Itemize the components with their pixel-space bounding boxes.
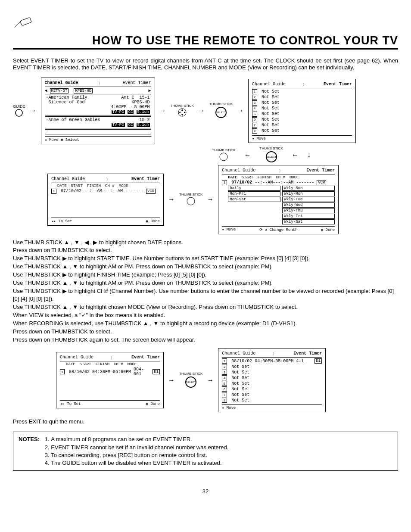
recur-option: Wkly-Mon — [282, 191, 335, 196]
not-set-row: Not Set — [231, 398, 249, 403]
svg-point-1 — [16, 109, 22, 116]
guide-chnum-2: 15-2 — [140, 118, 150, 122]
svg-marker-6 — [184, 112, 186, 113]
footer-done: ◉ Done — [321, 227, 335, 232]
svg-rect-0 — [20, 17, 32, 25]
thumbstick-icon: THUMB STICK — [212, 149, 235, 162]
recur-option: Wkly-Wed — [282, 202, 335, 208]
guide-program-2: Anne of Green Gables — [49, 118, 100, 122]
page-number: 32 — [13, 488, 398, 495]
tab-channel-guide: Channel Guide — [222, 351, 255, 357]
col-date: DATE — [57, 184, 67, 188]
svg-marker-5 — [179, 112, 181, 113]
svg-marker-4 — [181, 114, 183, 116]
arrow-icon: → — [198, 107, 205, 115]
connector-row: THUMB STICK ← THUMB STICKSELECT ← ↓ — [125, 147, 398, 163]
guide-time: 4:00PM → 5:00PM — [111, 105, 150, 109]
osd-event-timer-filled: Channel Guide〉Event Timer DATE START FIN… — [56, 352, 164, 408]
cc-badge-2: CC — [128, 123, 134, 127]
row-date-bold: 07/10/02 — [231, 180, 252, 185]
remote-icon — [13, 17, 398, 31]
recur-option: Wkly-Sun — [282, 186, 335, 191]
col-mode: MODE — [119, 184, 128, 188]
tab-channel-guide: Channel Guide — [60, 355, 93, 361]
col-mode: MODE — [128, 362, 137, 367]
arrow-down-icon: ↓ — [307, 150, 311, 159]
rating-badge-2: TV-PG — [112, 123, 125, 127]
not-set-row: Not Set — [262, 123, 280, 128]
tab-event-timer: Event Timer — [293, 351, 322, 357]
footer-to-set: ◂▸ To Set — [51, 219, 72, 224]
recur-option: Mon-Sat — [228, 197, 280, 202]
instruction-line: Use THUMBSTICK ▲ , ▼ to highlight chosen… — [13, 303, 398, 311]
note-item: EVENT TIMER cannot be set if an invalid … — [51, 444, 228, 451]
note-item: To cancel recording, press [REC] button … — [51, 451, 228, 459]
col-mode: MODE — [290, 175, 299, 180]
guide-station: KPBS-HD — [132, 100, 150, 105]
page-title: HOW TO USE THE REMOTE TO CONTROL YOUR TV — [13, 34, 398, 50]
note-item: A maximum of 8 programs can be set on EV… — [51, 436, 228, 443]
intro-paragraph: Select EVENT TIMER to set the TV to view… — [13, 57, 398, 72]
col-start: START — [80, 362, 91, 367]
svg-point-8 — [187, 197, 195, 205]
not-set-row: Not Set — [262, 117, 280, 122]
instruction-line: When VIEW is selected, a "✓" in the box … — [13, 311, 398, 320]
instruction-line: Use THUMBSTICK ▲ , ▼ to highlight AM or … — [13, 279, 398, 287]
not-set-row: Not Set — [231, 376, 249, 380]
guide-chnum: 15-1 — [140, 95, 150, 100]
footer-move: ⬥ Move — [222, 227, 236, 232]
notes-label: NOTES: — [19, 436, 40, 467]
thumbstick-icon: THUMB STICK — [179, 193, 202, 206]
rating-badge: TV-PG — [112, 110, 125, 114]
not-set-row: Not Set — [262, 106, 280, 111]
result-ch: 4-1 — [296, 359, 304, 364]
arrow-icon: → — [207, 376, 214, 384]
recur-option: Wkly-Fri — [282, 214, 335, 219]
footer-change-month: ⟳ ↺ Change Month — [259, 227, 298, 232]
row2-mode-d1: D1 — [153, 369, 160, 374]
instruction-line: Use THUMBSTICK ▲ , ▼ to highlight AM or … — [13, 263, 398, 271]
diagram-row-3: Channel Guide〉Event Timer DATE START FIN… — [56, 348, 398, 412]
arrow-icon: → — [237, 107, 244, 115]
row-mode-vcr: VCR — [317, 180, 326, 185]
instruction-line: Use THUMBSTICK ▶ to highlight FINISH TIM… — [13, 271, 398, 279]
instruction-line: Use THUMBSTICK ▶ to highlight CH# (Chann… — [13, 287, 398, 304]
tab-event-timer: Event Timer — [324, 82, 352, 88]
result-date: 08/10/02 — [231, 359, 252, 364]
col-date: DATE — [66, 362, 75, 367]
osd-footer-move: ⬥ Move — [222, 404, 322, 410]
exit-instruction: Press EXIT to quit the menu. — [13, 418, 398, 425]
not-set-row: Not Set — [262, 100, 280, 105]
row-ch: ------- — [296, 180, 314, 185]
not-set-row: Not Set — [231, 392, 249, 397]
col-ch: CH # — [276, 175, 285, 180]
row-time: --:--AM→--:--AM — [84, 189, 123, 193]
audio-badge: 5.1ch — [137, 110, 150, 114]
result-time: 04:30PM→05:00PM — [255, 359, 293, 364]
arrow-icon: → — [30, 107, 37, 115]
guide-program-1-sub: Silence of God — [49, 100, 85, 105]
footer-to-set: ◂▸ To Set — [60, 401, 81, 406]
col-finish: FINISH — [258, 175, 271, 180]
col-ch: CH # — [114, 362, 123, 367]
svg-marker-3 — [181, 109, 183, 111]
guide-station-1: KETV-DT — [50, 88, 69, 93]
arrow-icon: → — [168, 376, 175, 384]
tab-channel-guide: Channel Guide — [45, 81, 78, 87]
thumbstick-select-icon: THUMB STICKSELECT — [179, 372, 202, 389]
osd-event-timer-options: Channel Guide〉Event Timer DATE START FIN… — [218, 165, 339, 234]
recur-option: Wkly-Sat — [282, 219, 335, 224]
tab-event-timer: Event Timer — [306, 168, 335, 174]
arrow-icon: → — [207, 196, 214, 203]
row-mode-vcr: VCR — [146, 189, 156, 194]
guide-button-label: GUIDE — [13, 104, 25, 109]
arrow-icon: ← — [244, 151, 251, 159]
thumbstick-icon: THUMB STICK — [171, 104, 194, 117]
col-finish: FINISH — [87, 184, 101, 188]
tab-event-timer: Event Timer — [123, 81, 151, 87]
instruction-line: Press down on THUMBSTICK to select. — [13, 328, 398, 336]
col-finish: FINISH — [96, 362, 109, 367]
guide-program-1: American Family — [49, 95, 87, 100]
instruction-line: Use THUMB STICK ▲ , ▼ , ◀ , ▶ to highlig… — [13, 239, 398, 247]
col-start: START — [71, 184, 83, 188]
